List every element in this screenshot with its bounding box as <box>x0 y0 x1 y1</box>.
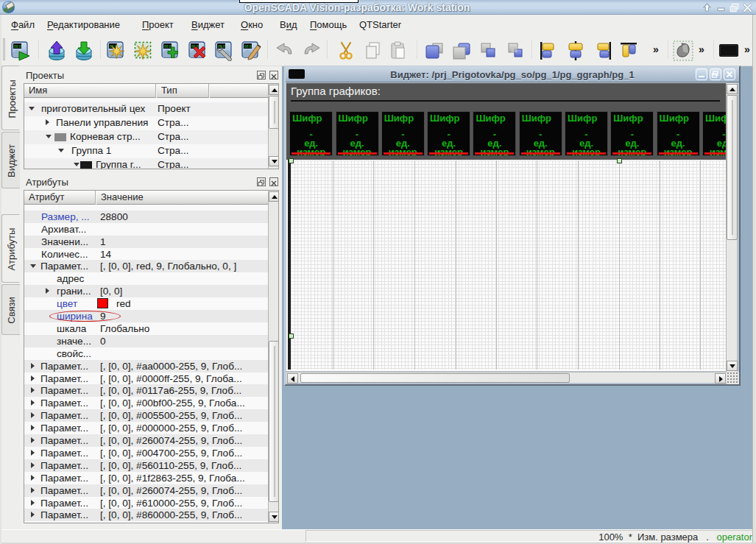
svg-text:88:8: 88:8 <box>164 44 172 49</box>
svg-text:88:8: 88:8 <box>244 44 252 49</box>
svg-text:88:8: 88:8 <box>14 44 21 49</box>
